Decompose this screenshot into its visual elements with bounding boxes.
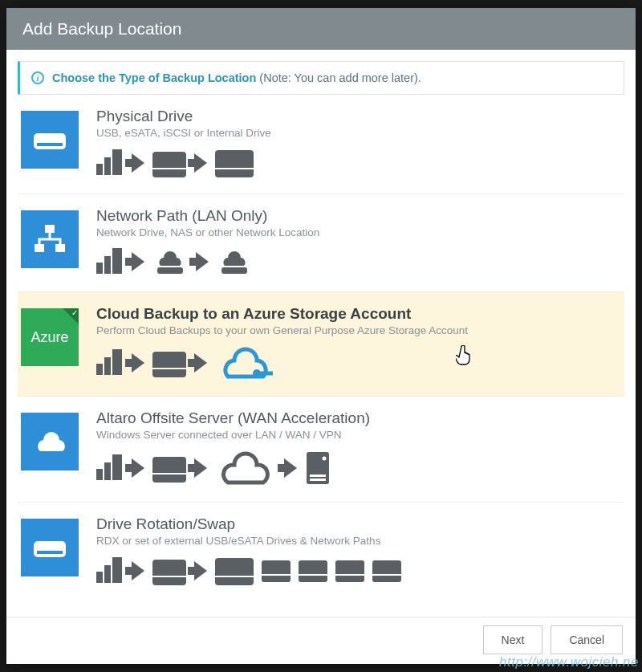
option-list: Physical Drive USB, eSATA, iSCSI or Inte… — [6, 95, 636, 617]
svg-rect-27 — [104, 565, 111, 583]
disk-icon-large — [215, 555, 254, 587]
arrow-icon — [132, 353, 144, 373]
svg-rect-10 — [112, 248, 122, 274]
info-banner: i Choose the Type of Backup Location (No… — [18, 61, 624, 95]
svg-rect-28 — [112, 557, 122, 583]
svg-rect-23 — [310, 479, 326, 481]
arrow-icon — [194, 561, 207, 580]
arrow-icon — [194, 153, 207, 173]
arrow-icon — [284, 458, 297, 478]
svg-rect-24 — [34, 541, 66, 557]
svg-rect-1 — [37, 143, 63, 146]
option-subtitle: Windows Server connected over LAN / WAN … — [96, 429, 616, 441]
svg-rect-9 — [104, 256, 111, 274]
disk-icon-small — [335, 558, 364, 584]
svg-rect-3 — [104, 157, 111, 175]
tile-label: Azure — [30, 329, 68, 346]
arrow-icon — [132, 252, 144, 271]
dialog-add-backup-location: Add Backup Location i Choose the Type of… — [6, 8, 636, 664]
server-tower-icon — [305, 450, 332, 486]
option-title: Network Path (LAN Only) — [96, 207, 616, 225]
arrow-icon — [132, 458, 144, 478]
drive-icon — [32, 125, 67, 154]
flow-diagram — [96, 147, 616, 179]
svg-rect-17 — [96, 469, 103, 480]
arrow-icon — [132, 153, 144, 173]
option-subtitle: Network Drive, NAS or other Network Loca… — [96, 226, 616, 238]
option-title: Cloud Backup to an Azure Storage Account — [96, 305, 616, 323]
option-title: Drive Rotation/Swap — [96, 515, 616, 533]
drive-icon — [32, 533, 67, 562]
servers-icon — [96, 454, 124, 482]
disk-icon — [152, 149, 186, 177]
cloud-icon — [30, 429, 69, 454]
svg-rect-2 — [96, 164, 103, 175]
tile-icon-drive — [21, 519, 79, 576]
disk-icon — [152, 348, 186, 377]
option-title: Altaro Offsite Server (WAN Acceleration) — [96, 409, 616, 427]
svg-rect-0 — [34, 133, 66, 149]
cloud-disk-icon — [217, 246, 252, 277]
svg-rect-4 — [112, 149, 122, 175]
disk-icon — [152, 556, 186, 585]
svg-point-21 — [323, 457, 327, 461]
network-icon — [31, 223, 68, 255]
svg-rect-15 — [112, 349, 122, 375]
tile-icon-azure: Azure — [21, 308, 79, 366]
disk-icon-small — [262, 558, 291, 584]
arrow-icon — [194, 353, 207, 373]
option-subtitle: USB, eSATA, iSCSI or Internal Drive — [96, 127, 616, 139]
cancel-button[interactable]: Cancel — [551, 625, 623, 654]
watermark-text: http://www.wojcieh.ne — [499, 654, 639, 670]
option-offsite-server[interactable]: Altaro Offsite Server (WAN Acceleration)… — [18, 397, 624, 503]
info-icon: i — [31, 71, 44, 84]
option-subtitle: RDX or set of external USB/eSATA Drives … — [96, 535, 616, 547]
flow-diagram — [96, 449, 616, 487]
disk-icon-small — [299, 558, 327, 584]
servers-icon — [96, 349, 124, 377]
svg-rect-11 — [157, 267, 183, 274]
checkmark-icon — [63, 308, 79, 324]
tile-icon-cloud — [21, 413, 79, 470]
option-title: Physical Drive — [96, 108, 616, 125]
svg-rect-22 — [310, 474, 326, 477]
arrow-icon — [132, 561, 144, 580]
svg-rect-26 — [96, 572, 103, 583]
disk-icon — [152, 454, 186, 483]
servers-icon — [96, 248, 124, 275]
flow-diagram — [96, 246, 616, 277]
svg-rect-18 — [104, 462, 111, 480]
servers-icon — [96, 557, 124, 584]
svg-rect-14 — [104, 357, 111, 375]
cloud-disk-icon — [152, 246, 188, 277]
next-button[interactable]: Next — [483, 625, 543, 654]
svg-rect-12 — [221, 267, 247, 274]
cloud-outline-icon — [215, 344, 276, 381]
svg-rect-5 — [45, 225, 55, 233]
option-network-path[interactable]: Network Path (LAN Only) Network Drive, N… — [18, 194, 624, 292]
tile-icon-network — [21, 210, 79, 268]
dialog-title: Add Backup Location — [6, 8, 636, 50]
info-text-strong: Choose the Type of Backup Location — [52, 71, 256, 84]
svg-rect-6 — [35, 244, 44, 252]
svg-rect-7 — [55, 244, 65, 252]
cloud-outline-icon — [215, 449, 276, 487]
svg-rect-19 — [112, 454, 122, 480]
disk-icon-small — [372, 558, 401, 584]
svg-rect-13 — [96, 364, 103, 375]
option-subtitle: Perform Cloud Backups to your own Genera… — [96, 324, 616, 336]
disk-icon-large — [215, 147, 254, 179]
servers-icon — [96, 149, 124, 177]
svg-rect-8 — [96, 263, 103, 274]
svg-rect-25 — [37, 551, 63, 554]
flow-diagram — [96, 344, 616, 381]
option-physical-drive[interactable]: Physical Drive USB, eSATA, iSCSI or Inte… — [18, 95, 624, 194]
option-cloud-azure[interactable]: Azure Cloud Backup to an Azure Storage A… — [18, 292, 624, 397]
option-drive-rotation[interactable]: Drive Rotation/Swap RDX or set of extern… — [18, 503, 624, 601]
info-text-note: (Note: You can add more later). — [259, 71, 421, 84]
arrow-icon — [194, 458, 207, 478]
flow-diagram — [96, 555, 616, 587]
tile-icon-drive — [21, 111, 79, 169]
arrow-icon — [196, 252, 209, 271]
